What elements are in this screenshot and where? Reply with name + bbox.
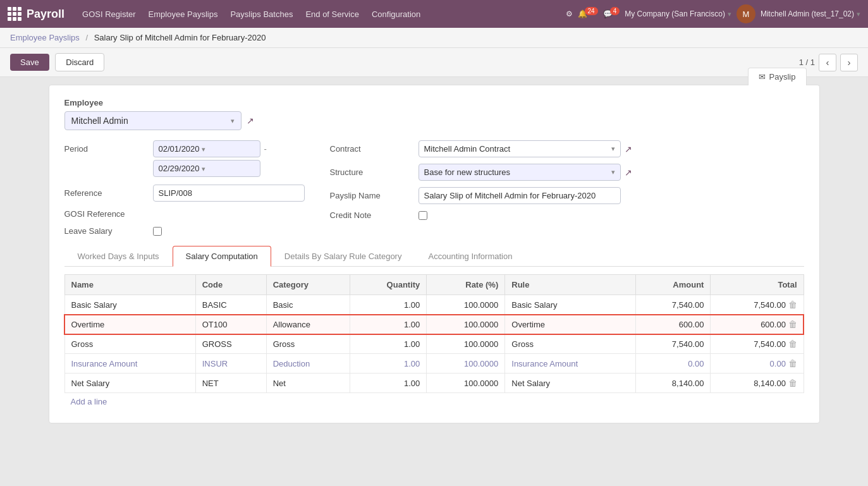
- cell-total: 600.00 🗑: [711, 315, 804, 334]
- user-menu[interactable]: Mitchell Admin (test_17_02) ▾: [761, 9, 860, 18]
- save-button[interactable]: Save: [10, 54, 49, 71]
- breadcrumb-current: Salary Slip of Mitchell Admin for Februa…: [94, 33, 266, 42]
- contract-external-link-icon[interactable]: ↗: [625, 144, 632, 154]
- reference-row: Reference: [64, 185, 305, 202]
- structure-label: Structure: [330, 167, 412, 177]
- cell-total: 0.00 🗑: [711, 354, 804, 374]
- leave-salary-checkbox[interactable]: [153, 227, 162, 236]
- payslip-name-label: Payslip Name: [330, 191, 412, 200]
- settings-icon-btn[interactable]: ⚙: [566, 9, 573, 18]
- contract-row: Contract Mitchell Admin Contract ▾ ↗: [330, 140, 632, 157]
- cell-amount: 0.00: [636, 354, 711, 374]
- add-line-btn[interactable]: Add a line: [64, 393, 114, 410]
- messages-btn[interactable]: 💬 4: [603, 9, 620, 18]
- delete-row-icon[interactable]: 🗑: [788, 358, 797, 368]
- cell-quantity: 1.00: [350, 295, 426, 315]
- contract-field[interactable]: Mitchell Admin Contract ▾: [419, 140, 621, 157]
- period-from-field[interactable]: 02/01/2020 ▾: [153, 140, 260, 157]
- menu-end-of-service[interactable]: End of Service: [300, 7, 364, 21]
- cell-total: 8,140.00 🗑: [711, 374, 804, 393]
- cell-rule: Gross: [505, 334, 636, 354]
- employee-dropdown-icon: ▾: [231, 117, 235, 125]
- menu-employee-payslips[interactable]: Employee Payslips: [144, 7, 223, 21]
- leave-salary-label: Leave Salary: [64, 226, 147, 236]
- table-row: Basic Salary BASIC Basic 1.00 100.0000 B…: [64, 295, 804, 315]
- menu-payslips-batches[interactable]: Payslips Batches: [225, 7, 298, 21]
- cell-amount: 7,540.00: [636, 295, 711, 315]
- credit-note-checkbox[interactable]: [419, 211, 427, 220]
- cell-code: OT100: [195, 315, 266, 334]
- col-header-rate: Rate (%): [427, 275, 505, 295]
- table-row: Net Salary NET Net 1.00 100.0000 Net Sal…: [64, 374, 804, 393]
- notification-badge: 24: [585, 7, 598, 15]
- cell-rate: 100.0000: [427, 295, 505, 315]
- grid-menu-icon[interactable]: [8, 7, 21, 21]
- table-row: Gross GROSS Gross 1.00 100.0000 Gross 7,…: [64, 334, 804, 354]
- discard-button[interactable]: Discard: [55, 53, 104, 71]
- cell-category[interactable]: Deduction: [266, 354, 350, 374]
- tab-details-by-rule[interactable]: Details By Salary Rule Category: [271, 246, 415, 267]
- breadcrumb-parent[interactable]: Employee Payslips: [10, 33, 80, 42]
- reference-input[interactable]: [153, 185, 305, 202]
- cell-rate: 100.0000: [427, 334, 505, 354]
- delete-row-icon[interactable]: 🗑: [788, 300, 797, 310]
- breadcrumb-bar: Employee Payslips / Salary Slip of Mitch…: [0, 28, 868, 48]
- cell-rate: 100.0000: [427, 315, 505, 334]
- structure-field-wrap: Base for new structures ▾ ↗: [419, 164, 632, 181]
- cell-quantity: 1.00: [350, 354, 426, 374]
- payslip-name-input[interactable]: [419, 187, 621, 204]
- cell-rate: 100.0000: [427, 354, 505, 374]
- menu-gosi-register[interactable]: GOSI Register: [77, 7, 141, 21]
- cell-total: 7,540.00 🗑: [711, 334, 804, 354]
- employee-label: Employee: [64, 98, 804, 107]
- col-header-total: Total: [711, 275, 804, 295]
- next-button[interactable]: ›: [840, 54, 858, 71]
- delete-row-icon[interactable]: 🗑: [788, 339, 797, 349]
- avatar[interactable]: M: [737, 4, 755, 23]
- payslip-tab[interactable]: ✉ Payslip: [748, 68, 807, 85]
- gosi-reference-label: GOSI Reference: [64, 209, 147, 219]
- col-header-rule: Rule: [505, 275, 636, 295]
- delete-row-icon[interactable]: 🗑: [788, 319, 797, 329]
- employee-field[interactable]: Mitchell Admin ▾: [64, 111, 241, 130]
- email-icon: ✉: [759, 72, 766, 82]
- cell-rule: Overtime: [505, 315, 636, 334]
- contract-field-wrap: Mitchell Admin Contract ▾ ↗: [419, 140, 632, 157]
- col-header-amount: Amount: [636, 275, 711, 295]
- employee-select-row: Mitchell Admin ▾ ↗: [64, 111, 804, 130]
- tab-accounting[interactable]: Accounting Information: [415, 246, 525, 267]
- structure-external-link-icon[interactable]: ↗: [625, 167, 632, 178]
- cell-category: Allowance: [266, 315, 350, 334]
- employee-external-link-icon[interactable]: ↗: [247, 116, 254, 126]
- pagination: 1 / 1 ‹ ›: [799, 54, 858, 71]
- tab-worked-days[interactable]: Worked Days & Inputs: [64, 246, 173, 267]
- cell-name[interactable]: Insurance Amount: [64, 354, 195, 374]
- delete-row-icon[interactable]: 🗑: [788, 378, 797, 388]
- cell-name: Overtime: [64, 315, 195, 334]
- tabs-row: Worked Days & Inputs Salary Computation …: [64, 246, 804, 267]
- period-values: 02/01/2020 ▾ -: [153, 140, 267, 157]
- notifications-btn[interactable]: 🔔 24: [578, 9, 598, 18]
- col-header-quantity: Quantity: [350, 275, 426, 295]
- leave-salary-row: Leave Salary: [64, 226, 305, 236]
- cell-code: NET: [195, 374, 266, 393]
- cell-total: 7,540.00 🗑: [711, 295, 804, 315]
- tab-salary-computation[interactable]: Salary Computation: [173, 246, 271, 267]
- topnav-right-section: ⚙ 🔔 24 💬 4 My Company (San Francisco) ▾ …: [566, 4, 860, 23]
- credit-note-row: Credit Note: [330, 210, 632, 220]
- period-to-row: 02/29/2020 ▾: [64, 160, 305, 177]
- form-card: ✉ Payslip Employee Mitchell Admin ▾ ↗ Pe…: [49, 85, 820, 423]
- company-switcher[interactable]: My Company (San Francisco) ▾: [625, 9, 731, 18]
- gosi-reference-row: GOSI Reference: [64, 209, 305, 219]
- cell-rule[interactable]: Insurance Amount: [505, 354, 636, 374]
- structure-field[interactable]: Base for new structures ▾: [419, 164, 621, 181]
- cell-quantity: 1.00: [350, 315, 426, 334]
- period-to-field[interactable]: 02/29/2020 ▾: [153, 160, 260, 177]
- prev-button[interactable]: ‹: [819, 54, 836, 71]
- cell-category: Gross: [266, 334, 350, 354]
- app-logo[interactable]: Payroll: [8, 7, 64, 21]
- action-buttons: Save Discard: [10, 53, 104, 71]
- period-row: Period 02/01/2020 ▾ -: [64, 140, 305, 157]
- menu-configuration[interactable]: Configuration: [367, 7, 425, 21]
- credit-note-label: Credit Note: [330, 210, 412, 220]
